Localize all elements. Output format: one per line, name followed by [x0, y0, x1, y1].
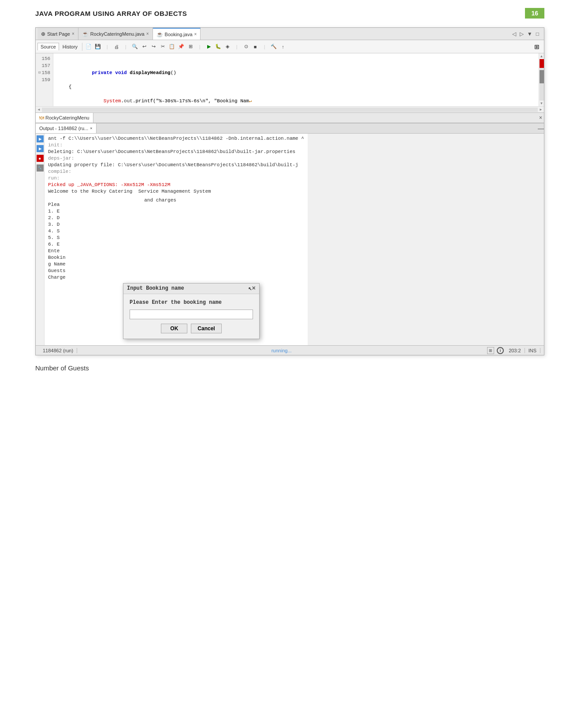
save-icon[interactable]: 💾 — [93, 42, 102, 51]
status-running: running... — [77, 348, 486, 353]
status-position: 203:2 — [505, 348, 525, 353]
line-num-158: ⊟158 — [38, 69, 50, 76]
search-icon[interactable]: 🔍 — [130, 42, 139, 51]
tab-navigation: ◁ ▷ ▼ □ — [511, 31, 542, 37]
tab-prev-btn[interactable]: ◁ — [511, 31, 517, 37]
rocky-catering-icon: 🍽 — [39, 115, 44, 120]
tab-close-booking[interactable]: × — [194, 32, 197, 37]
copy-icon[interactable]: 📋 — [167, 42, 176, 51]
tab-dropdown-btn[interactable]: ▼ — [526, 31, 534, 37]
dialog-buttons: OK Cancel — [130, 324, 253, 333]
output-menu-left: Plea 1. E 2. D 3. D 4. S 5. S 6. E Ente … — [48, 202, 66, 281]
line-num-156: 156 — [38, 55, 50, 62]
output-tab[interactable]: Output - 1184862 (ru... × — [36, 123, 97, 133]
rockycatering-icon: ☕ — [82, 31, 89, 37]
and-charges-text: and charges — [66, 197, 176, 204]
deploy-icon[interactable]: ↑ — [279, 42, 287, 51]
input-dialog: Input Booking name ↖ × Please Enter the … — [123, 283, 260, 339]
new-file-icon[interactable]: 📄 — [84, 42, 93, 51]
output-line-6e: 6. E — [48, 241, 66, 248]
editor-hscroll[interactable]: ◄ ► — [36, 106, 544, 112]
code-content[interactable]: private void displayHeading() { System.o… — [53, 53, 539, 106]
find-icon[interactable]: ⊞ — [186, 42, 195, 51]
multi-btn[interactable]: 🔧 — [37, 164, 44, 172]
profile-icon[interactable]: ◈ — [223, 42, 232, 51]
scroll-down-btn[interactable]: ▼ — [540, 101, 543, 106]
dialog-input-field[interactable] — [130, 310, 253, 319]
bottom-close-btn[interactable]: × — [539, 115, 544, 121]
square-icon[interactable]: ■ — [251, 42, 260, 51]
redo-icon[interactable]: ↪ — [149, 42, 158, 51]
line-numbers: 156 157 ⊟158 159 — [36, 53, 53, 106]
tab-maximize-btn[interactable]: □ — [535, 31, 540, 37]
run-icon[interactable]: ▶ — [205, 42, 213, 51]
output-line-2: init: — [48, 142, 304, 149]
ide-expand-btn[interactable]: ⊞ — [532, 43, 542, 50]
history-tab-btn[interactable]: History — [60, 43, 80, 50]
output-left-btns: ▶ ▶ ■ 🔧 — [36, 134, 45, 345]
tab-close-rockycatering[interactable]: × — [146, 31, 149, 36]
run-btn-2[interactable]: ▶ — [37, 145, 44, 152]
output-minimize-btn[interactable]: — — [536, 125, 544, 132]
bottom-caption: Number of Guests — [0, 355, 562, 381]
rocky-catering-tab-label: RockyCateringMenu — [45, 115, 89, 120]
bottom-tab-rockycatering[interactable]: 🍽 RockyCateringMenu — [36, 113, 93, 123]
output-wrapper: ▶ ▶ ■ 🔧 ant -f C:\\Users\\user\\Document… — [36, 134, 544, 345]
dialog-ok-btn[interactable]: OK — [161, 324, 187, 333]
hscroll-track[interactable] — [42, 108, 538, 112]
output-line-3: Deleting: C:\Users\user\Documents\NetBea… — [48, 149, 304, 155]
run-btn-1[interactable]: ▶ — [37, 135, 44, 142]
tab-next-btn[interactable]: ▷ — [518, 31, 525, 37]
output-line-6: compile: — [48, 168, 304, 175]
build-icon[interactable]: 🔨 — [269, 42, 278, 51]
bottom-tabs: 🍽 RockyCateringMenu × — [36, 112, 544, 123]
scroll-up-btn[interactable]: ▲ — [540, 53, 543, 59]
cut-icon[interactable]: ✂ — [158, 42, 167, 51]
output-line-7: run: — [48, 175, 304, 182]
toolbar-separator-1 — [82, 43, 82, 51]
hscroll-right-btn[interactable]: ► — [538, 108, 544, 112]
dialog-prompt-label: Please Enter the booking name — [130, 299, 253, 306]
paste-icon[interactable]: 📌 — [177, 42, 186, 51]
status-grid-icon: ⊞ — [487, 347, 494, 354]
tab-rockycatering[interactable]: ☕ RockyCateringMenu.java × — [78, 28, 153, 40]
ide-window: ⊕ Start Page × ☕ RockyCateringMenu.java … — [35, 27, 544, 355]
scroll-thumb-red — [540, 59, 544, 68]
debug-icon[interactable]: 🐛 — [214, 42, 223, 51]
output-line-ente: Ente — [48, 248, 66, 254]
output-tab-close[interactable]: × — [90, 126, 92, 131]
status-mode: INS — [525, 348, 540, 353]
circle-icon[interactable]: ⊙ — [242, 42, 250, 51]
dialog-title: Input Booking name — [127, 285, 184, 292]
output-line-9: Welcome to the Rocky Catering Service Ma… — [48, 188, 304, 195]
output-line-5: Updating property file: C:\Users\user\Do… — [48, 162, 304, 168]
editor-scrollbar[interactable]: ▲ ▼ — [539, 53, 544, 106]
tab-start-page[interactable]: ⊕ Start Page × — [37, 28, 78, 40]
undo-icon[interactable]: ↩ — [140, 42, 149, 51]
scroll-thumb-gray — [540, 70, 544, 83]
tab-booking[interactable]: ☕ Booking.java × — [153, 28, 201, 40]
scroll-track[interactable] — [540, 59, 544, 101]
hscroll-left-btn[interactable]: ◄ — [36, 108, 42, 112]
tab-close-start[interactable]: × — [72, 31, 74, 36]
status-project: 1184862 (run) — [39, 348, 77, 353]
editor-area: 156 157 ⊟158 159 private void displayHea… — [36, 53, 544, 106]
toolbar-sep2-icon: | — [121, 42, 130, 51]
tab-bar: ⊕ Start Page × ☕ RockyCateringMenu.java … — [36, 28, 544, 40]
dialog-titlebar: Input Booking name ↖ × — [123, 284, 259, 294]
print-icon[interactable]: 🖨 — [112, 42, 121, 51]
status-info-icon[interactable]: i — [497, 347, 504, 354]
toolbar-sep3: | — [195, 42, 204, 51]
output-line-booking-header: Booking Name Guests Charge — [48, 254, 66, 281]
output-panel[interactable]: ant -f C:\\Users\\user\\Documents\\NetBe… — [45, 134, 308, 345]
stop-btn[interactable]: ■ — [37, 155, 44, 162]
toolbar-icons: 📄 💾 | 🖨 | 🔍 ↩ ↪ ✂ 📋 📌 ⊞ | ▶ 🐛 ◈ | ⊙ ■ | … — [84, 42, 287, 51]
dialog-close-btn[interactable]: × — [252, 285, 256, 292]
start-page-icon: ⊕ — [41, 31, 45, 37]
toolbar-sep4: | — [232, 42, 241, 51]
toolbar-sep-icon: | — [103, 42, 112, 51]
output-line-plea: Plea — [48, 202, 66, 208]
dialog-cancel-btn[interactable]: Cancel — [191, 324, 221, 333]
source-tab-btn[interactable]: Source — [37, 43, 59, 50]
output-tab-bar: Output - 1184862 (ru... × — — [36, 123, 544, 134]
